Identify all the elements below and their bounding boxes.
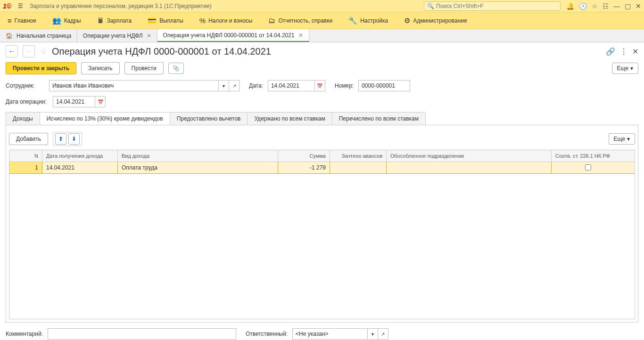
responsible-label: Ответственный: <box>246 331 288 337</box>
ptab-income[interactable]: Доходы <box>6 112 40 125</box>
nav-item-settings[interactable]: 🔧Настройка <box>346 15 391 27</box>
col-adv[interactable]: Зачтено авансов <box>330 150 387 162</box>
tab-label: Операция учета НДФЛ 0000-000001 от 14.04… <box>163 32 295 39</box>
col-n[interactable]: N <box>9 150 42 162</box>
nav-label: Администрирование <box>413 17 467 24</box>
minimize-icon[interactable]: — <box>613 2 620 10</box>
dropdown-icon[interactable]: ▾ <box>219 80 229 91</box>
hamburger-icon[interactable]: ☰ <box>18 3 23 9</box>
ptab-withheld[interactable]: Удержано по всем ставкам <box>247 112 332 125</box>
nav-item-main[interactable]: ≡Главное <box>5 15 39 26</box>
maximize-icon[interactable]: ▢ <box>625 2 631 10</box>
number-input[interactable] <box>358 80 410 91</box>
history-icon[interactable]: 🕓 <box>579 2 587 10</box>
cell-sum[interactable]: -1 279 <box>278 162 330 173</box>
nav-label: Кадры <box>64 17 81 24</box>
nav-item-admin[interactable]: ⚙Администрирование <box>401 15 470 27</box>
nav-item-payments[interactable]: 💳Выплаты <box>145 15 186 27</box>
move-buttons: ⬆ ⬇ <box>53 132 82 146</box>
table-more-button[interactable]: Еще▾ <box>609 133 635 145</box>
more-icon[interactable]: ⋮ <box>620 47 627 56</box>
star-icon[interactable]: ☆ <box>592 2 598 10</box>
responsible-field[interactable]: ▾ ↗ <box>292 328 388 340</box>
data-grid[interactable]: N Дата получения дохода Вид дохода Сумма… <box>9 150 635 319</box>
cell-n[interactable]: 1 <box>9 162 42 173</box>
menu-icon: ≡ <box>8 16 12 24</box>
titlebar: 1© ☰ Зарплата и управление персоналом, р… <box>0 0 644 12</box>
tab-home[interactable]: 🏠 Начальная страница <box>0 29 77 42</box>
employee-input[interactable] <box>49 80 219 91</box>
calendar-icon[interactable]: 📅 <box>95 96 106 107</box>
filter-icon[interactable]: ☷ <box>603 2 609 10</box>
responsible-input[interactable] <box>292 328 368 340</box>
tab-label: Начальная страница <box>17 32 71 39</box>
cell-date[interactable]: 14.04.2021 <box>42 162 118 173</box>
more-button[interactable]: Еще▾ <box>612 63 638 74</box>
op-date-input[interactable] <box>53 96 95 107</box>
titlebar-icons: 🔔 🕓 ☆ ☷ — ▢ ✕ <box>566 2 641 10</box>
cell-type[interactable]: Оплата труда <box>118 162 278 173</box>
provide-close-button[interactable]: Провести и закрыть <box>6 62 76 74</box>
tab-label: Операции учета НДФЛ <box>83 32 143 39</box>
nav-item-hr[interactable]: 👥Кадры <box>50 15 84 27</box>
card-icon: 💳 <box>148 16 157 25</box>
link-icon[interactable]: 🔗 <box>606 47 615 56</box>
ptab-deductions[interactable]: Предоставлено вычетов <box>170 112 248 125</box>
col-date[interactable]: Дата получения дохода <box>42 150 118 162</box>
open-icon[interactable]: ↗ <box>229 80 239 91</box>
table-row[interactable]: 1 14.04.2021 Оплата труда -1 279 <box>9 162 635 174</box>
close-icon[interactable]: ✕ <box>298 32 303 39</box>
search-box[interactable]: 🔍 <box>424 1 561 11</box>
col-sum[interactable]: Сумма <box>278 150 330 162</box>
ptab-transferred[interactable]: Перечислено по всем ставкам <box>332 112 426 125</box>
add-button[interactable]: Добавить <box>9 133 48 145</box>
write-button[interactable]: Записать <box>81 62 119 74</box>
move-down-button[interactable]: ⬇ <box>68 133 80 145</box>
calendar-icon[interactable]: 📅 <box>315 80 325 91</box>
cell-dept[interactable] <box>387 162 552 173</box>
nav-item-taxes[interactable]: %Налоги и взносы <box>197 15 256 26</box>
comment-input[interactable] <box>48 328 236 340</box>
cell-adv[interactable] <box>330 162 387 173</box>
tab-ndfl-doc[interactable]: Операция учета НДФЛ 0000-000001 от 14.04… <box>157 29 309 42</box>
chevron-down-icon: ▾ <box>630 65 633 72</box>
nav-label: Зарплата <box>107 17 132 24</box>
close-icon[interactable]: ✕ <box>147 32 151 39</box>
logo-1c: 1© <box>3 2 11 10</box>
tab-ndfl-list[interactable]: Операции учета НДФЛ ✕ <box>77 29 157 42</box>
home-icon: 🏠 <box>6 32 13 39</box>
date-field[interactable]: 📅 <box>268 80 325 91</box>
col-chk[interactable]: Соотв. ст. 226.1 НК РФ <box>552 150 625 162</box>
employee-field[interactable]: ▾ ↗ <box>49 80 239 91</box>
navbar: ≡Главное 👥Кадры 🖩Зарплата 💳Выплаты %Нало… <box>0 12 644 29</box>
cell-chk[interactable] <box>552 162 625 173</box>
attach-button[interactable]: 📎 <box>168 63 184 74</box>
forward-button: → <box>23 45 35 57</box>
close-icon[interactable]: ✕ <box>632 47 638 56</box>
op-date-field[interactable]: 📅 <box>53 96 106 107</box>
table-toolbar: Добавить ⬆ ⬇ Еще▾ <box>9 128 635 150</box>
gear-icon: ⚙ <box>404 16 410 25</box>
more-label: Еще <box>617 65 628 72</box>
open-icon[interactable]: ↗ <box>378 328 388 340</box>
date-label: Дата: <box>249 82 263 89</box>
nav-label: Выплаты <box>159 17 183 24</box>
folder-icon: 🗂 <box>268 16 275 24</box>
search-input[interactable] <box>436 3 557 9</box>
col-dept[interactable]: Обособленное подразделение <box>387 150 552 162</box>
provide-button[interactable]: Провести <box>124 62 164 74</box>
nav-item-reports[interactable]: 🗂Отчетность, справки <box>265 15 335 26</box>
bell-icon[interactable]: 🔔 <box>566 2 574 10</box>
ptab-calc13[interactable]: Исчислено по 13% (30%) кроме дивидендов <box>40 112 170 125</box>
grid-head: N Дата получения дохода Вид дохода Сумма… <box>9 150 635 162</box>
form-row-1: Сотрудник: ▾ ↗ Дата: 📅 Номер: <box>6 80 638 91</box>
nav-item-salary[interactable]: 🖩Зарплата <box>94 15 135 26</box>
row-checkbox[interactable] <box>585 164 591 170</box>
col-type[interactable]: Вид дохода <box>118 150 278 162</box>
close-icon[interactable]: ✕ <box>636 2 641 10</box>
favorite-icon[interactable]: ☆ <box>40 46 47 57</box>
date-input[interactable] <box>268 80 315 91</box>
move-up-button[interactable]: ⬆ <box>55 133 66 145</box>
dropdown-icon[interactable]: ▾ <box>368 328 378 340</box>
back-button[interactable]: ← <box>6 45 18 57</box>
